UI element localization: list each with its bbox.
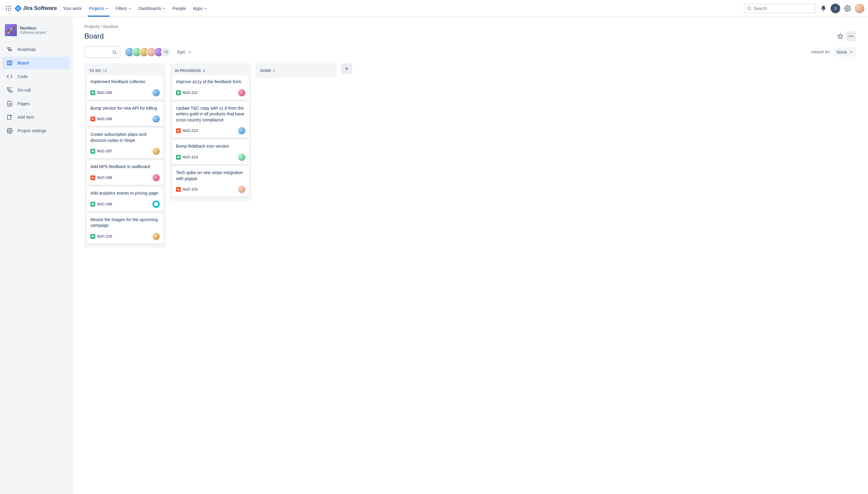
svg-point-31	[92, 177, 94, 178]
sidebar-item-code[interactable]: Code	[2, 70, 70, 83]
svg-point-6	[6, 10, 7, 11]
assignee-avatar[interactable]	[152, 233, 160, 240]
assignee-avatar[interactable]	[152, 174, 160, 181]
search-icon	[747, 6, 752, 11]
board-icon	[6, 59, 13, 66]
app-switcher-icon[interactable]	[4, 4, 13, 13]
issue-card[interactable]: Tech spike on new stripe integration wit…	[172, 166, 249, 197]
profile-avatar[interactable]	[855, 4, 864, 13]
bug-icon	[90, 117, 95, 121]
issue-key: NUC-209	[97, 202, 112, 206]
more-actions-button[interactable]	[846, 31, 856, 41]
issue-key: NUC-214	[183, 155, 198, 159]
global-search[interactable]	[744, 4, 816, 13]
nav-dashboards[interactable]: Dashboards	[135, 0, 169, 17]
star-button[interactable]	[835, 31, 845, 41]
issue-card[interactable]: Bump fedeback icon version NUC-214	[172, 140, 249, 165]
sidebar-item-board[interactable]: Board	[2, 57, 70, 69]
sidebar-item-add-item[interactable]: Add item	[2, 111, 70, 124]
settings-icon[interactable]	[843, 4, 852, 13]
column-name: IN PROGRESS	[175, 69, 201, 73]
assignee-avatar[interactable]	[238, 127, 245, 134]
logo-text: Jira Software	[23, 5, 57, 12]
issue-card[interactable]: Bump version for new API for billing NUC…	[87, 102, 163, 127]
sidebar-item-label: Pages	[17, 101, 30, 106]
board-column: IN PROGRESS4 Improve a11y of the feedbac…	[170, 63, 251, 201]
svg-point-9	[748, 7, 751, 10]
nav-projects[interactable]: Projects	[85, 0, 112, 17]
issue-card[interactable]: Create subscription plans and discount c…	[87, 128, 163, 158]
breadcrumb-projects[interactable]: Projects	[85, 24, 100, 29]
svg-point-26	[851, 36, 851, 36]
group-by-select[interactable]: None	[834, 48, 856, 57]
board-search[interactable]	[85, 46, 121, 58]
add-item-icon	[6, 114, 13, 121]
sidebar-item-roadmap[interactable]: Roadmap	[2, 43, 70, 56]
assignee-avatar[interactable]	[152, 201, 160, 208]
issue-key: NUC-215	[183, 187, 198, 192]
sidebar-item-on-call[interactable]: On-call	[2, 84, 70, 96]
card-title: Bump version for new API for billing	[90, 106, 160, 111]
svg-line-29	[115, 53, 116, 54]
epic-filter[interactable]: Epic	[177, 50, 191, 55]
issue-key: NUC-206	[97, 117, 112, 121]
column-header[interactable]: TO DO12	[86, 66, 164, 75]
chevron-down-icon	[204, 7, 207, 10]
bug-icon	[176, 128, 181, 133]
avatar-overflow[interactable]: +3	[161, 47, 171, 57]
svg-line-10	[750, 9, 751, 10]
assignee-avatar[interactable]	[152, 89, 160, 96]
svg-marker-24	[838, 34, 843, 39]
issue-key: NUC-210	[97, 234, 112, 239]
notifications-icon[interactable]	[818, 4, 828, 13]
svg-point-8	[10, 10, 11, 11]
kanban-board: TO DO12 Implement feedback collector NUC…	[85, 63, 856, 248]
card-title: Tech spike on new stripe integration wit…	[176, 170, 245, 182]
chevron-down-icon	[163, 7, 165, 10]
svg-point-27	[852, 36, 853, 36]
roadmap-icon	[6, 46, 13, 53]
gear-icon	[6, 127, 13, 134]
svg-point-11	[835, 9, 835, 10]
add-column-button[interactable]	[341, 63, 352, 74]
story-icon	[90, 234, 95, 239]
assignee-avatar[interactable]	[238, 89, 245, 96]
issue-card[interactable]: Resize the images for the upcoming campa…	[87, 213, 163, 244]
breadcrumb: Projects / Nucleus	[85, 24, 856, 29]
column-header[interactable]: IN PROGRESS4	[172, 66, 250, 75]
bug-icon	[176, 187, 181, 192]
story-icon	[90, 90, 95, 95]
column-name: DONE	[260, 69, 271, 73]
svg-point-12	[847, 7, 848, 10]
svg-point-3	[6, 8, 7, 9]
assignee-avatar[interactable]	[238, 154, 245, 161]
help-icon[interactable]	[831, 4, 840, 13]
issue-card[interactable]: Implement feedback collector NUC-205	[87, 75, 163, 100]
assignee-avatar[interactable]	[152, 148, 160, 155]
nav-apps[interactable]: Apps	[189, 0, 211, 17]
sidebar-item-pages[interactable]: Pages	[2, 97, 70, 110]
svg-point-25	[849, 36, 850, 36]
card-title: Bump fedeback icon version	[176, 144, 245, 149]
jira-logo[interactable]: Jira Software	[15, 5, 57, 12]
issue-card[interactable]: Improve a11y of the feedback form NUC-21…	[172, 75, 249, 100]
svg-rect-13	[7, 48, 11, 49]
story-icon	[176, 155, 181, 160]
svg-point-2	[10, 6, 11, 7]
issue-key: NUC-213	[183, 129, 198, 133]
issue-card[interactable]: Add NPS feedback to wallboard NUC-208	[87, 160, 163, 185]
sidebar-item-label: Add item	[17, 115, 34, 119]
issue-card[interactable]: Add analytics events to pricing page NUC…	[87, 187, 163, 211]
nav-your-work[interactable]: Your work	[59, 0, 85, 17]
assignee-avatar[interactable]	[238, 186, 245, 193]
column-header[interactable]: DONE2	[257, 66, 335, 75]
sidebar-item-project-settings[interactable]: Project settings	[2, 125, 70, 137]
search-input[interactable]	[754, 6, 813, 11]
project-sidebar: 🚀 Nucleus Software project Roadmap Board…	[0, 17, 72, 494]
project-header[interactable]: 🚀 Nucleus Software project	[2, 24, 70, 42]
assignee-avatar[interactable]	[152, 115, 160, 122]
svg-point-0	[6, 6, 7, 7]
nav-filters[interactable]: Filters	[112, 0, 135, 17]
issue-card[interactable]: Update T&C copy with v1.9 from the write…	[172, 102, 249, 138]
nav-people[interactable]: People	[169, 0, 189, 17]
